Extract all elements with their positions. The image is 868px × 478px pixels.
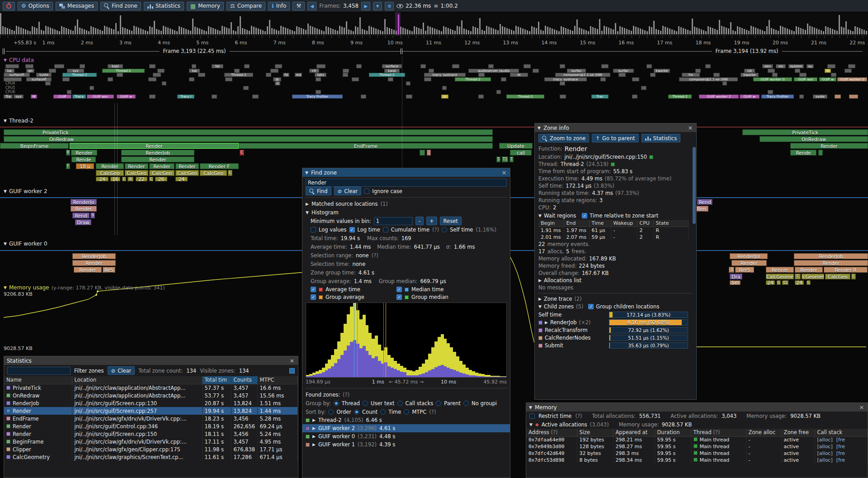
timeline-zone[interactable]: Render bbox=[125, 163, 148, 169]
cpu-zone[interactable] bbox=[849, 95, 858, 99]
cpu-zone[interactable]: Thread-2 bbox=[506, 95, 544, 99]
free-callstack-link[interactable]: [fre bbox=[836, 457, 845, 463]
timeline-zone[interactable]: Render bbox=[72, 260, 116, 266]
cpu-zone[interactable]: composer@2.1-se (HW bbox=[679, 77, 738, 81]
cpu-zone[interactable] bbox=[827, 64, 835, 68]
timeline-zone[interactable]: T1 bbox=[502, 156, 508, 162]
cpu-zone[interactable]: syste bbox=[36, 73, 52, 77]
timeline-zone[interactable]: OnRedraw bbox=[760, 136, 868, 142]
cpu-zone[interactable] bbox=[768, 69, 775, 73]
cpu-zone[interactable] bbox=[212, 95, 217, 99]
expand-icon[interactable]: ▶ bbox=[312, 434, 316, 439]
timeline-zone[interactable]: Dra bbox=[730, 274, 742, 279]
timeline-zone[interactable]: Rende bbox=[790, 150, 816, 156]
timeline-zone[interactable]: C bbox=[795, 274, 801, 279]
timeline-zone[interactable]: RenderJob bbox=[794, 253, 868, 259]
cpu-zone[interactable]: sys bbox=[67, 69, 84, 73]
timeline-zone[interactable]: C bbox=[851, 274, 856, 279]
cpu-zone[interactable] bbox=[650, 73, 656, 77]
timeline-zone[interactable]: Render bbox=[149, 163, 175, 169]
source-color-swatch[interactable] bbox=[649, 155, 653, 159]
cpu-zone[interactable]: Tracy I bbox=[177, 95, 194, 99]
close-icon[interactable]: × bbox=[501, 169, 507, 176]
timeline-zone[interactable]: Ren bbox=[695, 206, 708, 212]
sort-by-radio[interactable] bbox=[328, 409, 334, 415]
timeline-zone[interactable]: C bbox=[777, 280, 781, 285]
ignore-case-checkbox[interactable] bbox=[364, 189, 369, 194]
cpu-zone[interactable] bbox=[496, 90, 501, 94]
timeline-zone[interactable]: BeginFrame bbox=[0, 143, 69, 149]
statistics-titlebar[interactable]: Statistics × bbox=[4, 356, 298, 365]
find-zone-titlebar[interactable]: ▼ Find zone × bbox=[302, 168, 510, 177]
legend-checkbox[interactable]: ✓ bbox=[311, 294, 316, 300]
table-row[interactable]: CalcGeometryjni/../jni/src/claw/graphics… bbox=[4, 453, 298, 461]
table-row[interactable]: OnRedrawjni/../jni/src/claw/application/… bbox=[4, 392, 298, 399]
cpu-zone[interactable] bbox=[4, 77, 22, 81]
alloc-callstack-link[interactable]: [alloc] bbox=[817, 437, 833, 443]
cpu-zone[interactable] bbox=[252, 95, 259, 99]
collapse-icon[interactable]: ▼ bbox=[529, 422, 533, 427]
table-row[interactable]: 0x7dfc53d8988 bytes298.34 ms59.95 sMain … bbox=[526, 457, 868, 464]
cpu-zone[interactable] bbox=[600, 77, 606, 81]
timeline-zone[interactable]: S bbox=[496, 156, 500, 162]
timeline-zone[interactable]: RenderJol bbox=[730, 253, 768, 259]
self-time-radio[interactable] bbox=[442, 227, 447, 232]
cpu-zone[interactable] bbox=[189, 77, 194, 81]
table-row[interactable]: 2.01 ms2.07 ms59 µs-2R bbox=[538, 234, 689, 241]
table-row[interactable]: Renderjni/../jni/src/guif/Control.cpp:34… bbox=[4, 422, 298, 430]
min-bin-input[interactable] bbox=[374, 217, 413, 225]
timeline-zone[interactable]: Render bbox=[794, 260, 868, 266]
reset-button[interactable]: Reset bbox=[440, 217, 462, 225]
collapse-icon[interactable]: ▼ bbox=[4, 118, 7, 123]
cpu-zone[interactable] bbox=[80, 64, 85, 68]
cpu-zone[interactable] bbox=[705, 64, 711, 68]
cpu-zone[interactable]: tracy_systrace bbox=[424, 73, 466, 77]
cpu-zone[interactable]: syste bbox=[813, 95, 827, 99]
cpu-zone[interactable] bbox=[632, 77, 639, 81]
cpu-zone[interactable] bbox=[533, 69, 539, 73]
cpu-zone[interactable] bbox=[388, 77, 393, 81]
limit-to-view-checkbox[interactable] bbox=[289, 368, 295, 374]
cpu-zone[interactable] bbox=[343, 69, 349, 73]
cpu-zone[interactable] bbox=[831, 73, 836, 77]
timeline-zone[interactable]: RenderJob bbox=[72, 253, 116, 259]
cpu-zone[interactable] bbox=[713, 73, 720, 77]
filter-zones-input[interactable] bbox=[7, 367, 71, 375]
cpu-zone[interactable]: A bbox=[441, 95, 448, 99]
cpu-zone[interactable]: kworke bbox=[654, 69, 670, 73]
cpu-zone[interactable] bbox=[198, 73, 205, 77]
cpu-zone[interactable]: cfr bbox=[309, 69, 319, 73]
cpu-zone[interactable] bbox=[5, 64, 19, 68]
cpu-zone[interactable]: surfac bbox=[613, 69, 634, 73]
current-view-marker[interactable] bbox=[395, 12, 401, 35]
timeline-zone[interactable]: Render bbox=[74, 267, 102, 273]
timeline-zone[interactable]: C bbox=[240, 150, 244, 156]
close-icon[interactable]: × bbox=[289, 357, 295, 364]
cpu-zone[interactable] bbox=[352, 77, 359, 81]
timeline-zone[interactable]: Render bbox=[731, 260, 767, 266]
cpu-zone[interactable] bbox=[848, 64, 855, 68]
zone-group-row[interactable]: ▶GUIF worker 1(3,192)4.39 s bbox=[302, 440, 510, 449]
free-callstack-link[interactable]: [fre bbox=[836, 437, 845, 443]
timeline-zone[interactable]: Render bbox=[70, 143, 239, 149]
cpu-zone[interactable]: rot bbox=[744, 69, 755, 73]
cpu-zone[interactable]: Thread-2 bbox=[455, 77, 491, 81]
cpu-zone[interactable]: Thread-2 bbox=[102, 69, 145, 73]
timeline-zone[interactable]: -1 bbox=[729, 267, 734, 273]
column-header[interactable]: Time bbox=[589, 220, 611, 227]
timeline-zone[interactable]: 22 bbox=[136, 177, 147, 181]
cpu-zone[interactable]: surfacefl bbox=[4, 73, 30, 77]
timeline-zone[interactable]: CalcGeo bbox=[125, 170, 148, 176]
messages-button[interactable]: Messages bbox=[56, 2, 98, 10]
cpu-zone[interactable]: lgks bbox=[315, 73, 326, 77]
cpu-zone[interactable] bbox=[270, 69, 278, 73]
cpu-zone[interactable] bbox=[641, 86, 646, 90]
relative-time-checkbox[interactable]: ✓ bbox=[582, 213, 587, 218]
cpu-zone[interactable]: Tra bbox=[4, 95, 13, 99]
cpu-zone[interactable]: Trac bbox=[591, 95, 609, 99]
zone-trace-section[interactable]: ▶ Zone trace (2) bbox=[535, 295, 696, 303]
collapse-icon[interactable]: ▼ bbox=[529, 405, 532, 410]
zone-group-row[interactable]: ▶GUIF worker 0(3,231)4.48 s bbox=[302, 432, 510, 440]
cpu-zone[interactable] bbox=[618, 73, 626, 77]
alloc-callstack-link[interactable]: [alloc] bbox=[817, 457, 833, 463]
